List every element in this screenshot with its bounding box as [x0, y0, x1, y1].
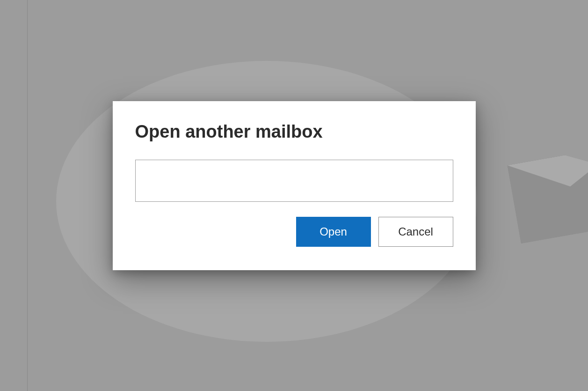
- cancel-button[interactable]: Cancel: [378, 217, 453, 247]
- open-button[interactable]: Open: [296, 217, 371, 247]
- modal-overlay: Open another mailbox Open Cancel: [0, 0, 588, 391]
- open-mailbox-dialog: Open another mailbox Open Cancel: [113, 101, 476, 270]
- mailbox-input[interactable]: [135, 160, 453, 202]
- dialog-title: Open another mailbox: [135, 122, 453, 142]
- dialog-button-row: Open Cancel: [135, 217, 453, 247]
